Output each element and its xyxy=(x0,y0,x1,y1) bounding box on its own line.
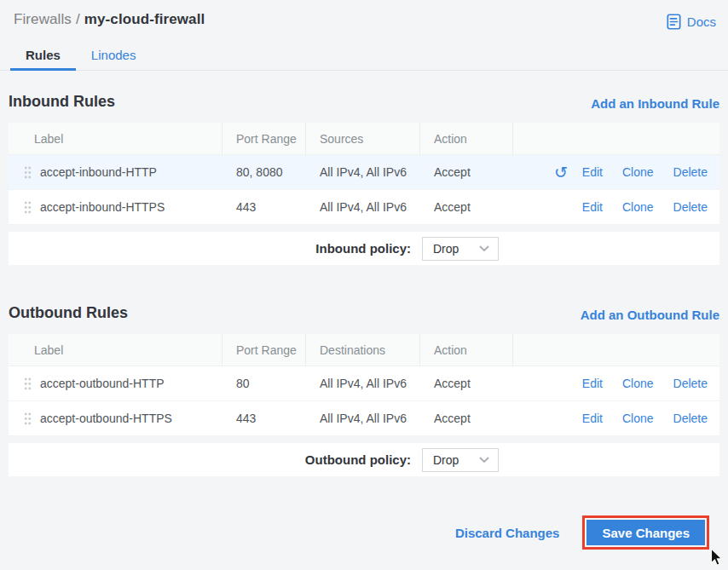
delete-button[interactable]: Delete xyxy=(673,412,708,425)
drag-handle-icon[interactable] xyxy=(23,165,32,180)
column-header-label: Label xyxy=(9,334,222,366)
chevron-down-icon xyxy=(479,245,489,252)
clone-button[interactable]: Clone xyxy=(622,377,654,390)
outbound-rules-table: Label Port Range Destinations Action acc xyxy=(9,334,719,436)
rule-addresses: All IPv4, All IPv6 xyxy=(306,165,420,179)
label-cell: accept-inbound-HTTP xyxy=(9,165,222,180)
chevron-down-icon xyxy=(479,457,489,463)
inbound-table-header: Label Port Range Sources Action xyxy=(9,123,719,155)
outbound-section-head: Outbound Rules Add an Outbound Rule xyxy=(9,304,719,322)
edit-button[interactable]: Edit xyxy=(582,165,603,179)
label-cell: accept-outbound-HTTPS xyxy=(9,412,222,426)
undo-icon[interactable]: ↺ xyxy=(554,164,568,181)
rule-addresses: All IPv4, All IPv6 xyxy=(306,200,420,214)
column-header-action: Action xyxy=(420,123,513,154)
delete-button[interactable]: Delete xyxy=(673,200,708,214)
rule-label: accept-outbound-HTTPS xyxy=(40,412,172,425)
save-highlight-outline: Save Changes xyxy=(582,515,709,550)
rule-port-range: 443 xyxy=(222,412,306,425)
outbound-policy-select[interactable]: Drop xyxy=(422,448,499,472)
tab-linodes-label: Linodes xyxy=(91,48,136,62)
docs-label: Docs xyxy=(687,14,716,29)
edit-button[interactable]: Edit xyxy=(582,377,603,390)
column-header-action: Action xyxy=(420,334,513,366)
outbound-policy-row: Outbound policy: Drop xyxy=(9,443,719,476)
row-actions: Edit Clone Delete xyxy=(513,377,719,390)
clone-button[interactable]: Clone xyxy=(622,412,654,425)
inbound-section-head: Inbound Rules Add an Inbound Rule xyxy=(9,93,719,111)
column-header-destinations: Destinations xyxy=(306,334,420,366)
table-row-accept-outbound-https: accept-outbound-HTTPS 443 All IPv4, All … xyxy=(9,401,719,436)
label-cell: accept-outbound-HTTP xyxy=(9,377,222,391)
tab-linodes[interactable]: Linodes xyxy=(76,43,152,70)
rule-port-range: 443 xyxy=(222,200,306,214)
inbound-rules-table: Label Port Range Sources Action accept-i xyxy=(9,123,719,225)
column-header-port-range: Port Range xyxy=(222,123,306,154)
rule-label: accept-outbound-HTTP xyxy=(40,377,165,390)
rule-port-range: 80 xyxy=(222,377,306,390)
inbound-policy-row: Inbound policy: Drop xyxy=(9,232,719,265)
row-actions: Edit Clone Delete xyxy=(513,200,719,214)
rule-action: Accept xyxy=(420,412,513,425)
breadcrumb-current-firewall: my-cloud-firewall xyxy=(84,11,205,27)
outbound-table-header: Label Port Range Destinations Action xyxy=(9,334,719,366)
tab-bar: Rules Linodes xyxy=(0,43,728,71)
column-header-actions-empty xyxy=(513,334,719,366)
column-header-label: Label xyxy=(9,123,222,154)
label-cell: accept-inbound-HTTPS xyxy=(9,200,222,215)
row-actions: Edit Clone Delete xyxy=(513,412,719,425)
breadcrumb-separator: / xyxy=(76,11,80,27)
inbound-policy-label: Inbound policy: xyxy=(315,241,411,256)
delete-button[interactable]: Delete xyxy=(673,377,708,390)
tab-rules-label: Rules xyxy=(26,48,61,62)
column-header-sources: Sources xyxy=(306,123,420,154)
edit-button[interactable]: Edit xyxy=(582,200,603,214)
clone-button[interactable]: Clone xyxy=(622,200,654,214)
rule-label: accept-inbound-HTTP xyxy=(40,165,157,179)
footer-actions: Discard Changes Save Changes xyxy=(9,515,709,550)
table-row-accept-outbound-http: accept-outbound-HTTP 80 All IPv4, All IP… xyxy=(9,366,719,401)
save-changes-button[interactable]: Save Changes xyxy=(586,520,705,545)
rule-action: Accept xyxy=(420,377,513,390)
breadcrumb-firewalls-link[interactable]: Firewalls xyxy=(14,11,72,27)
breadcrumb: Firewalls/my-cloud-firewall xyxy=(14,11,205,28)
docs-icon xyxy=(667,14,681,30)
clone-button[interactable]: Clone xyxy=(622,165,654,179)
add-inbound-rule-button[interactable]: Add an Inbound Rule xyxy=(591,96,719,111)
column-header-port-range: Port Range xyxy=(222,334,306,366)
discard-changes-button[interactable]: Discard Changes xyxy=(455,526,560,540)
rule-addresses: All IPv4, All IPv6 xyxy=(306,377,420,390)
docs-link[interactable]: Docs xyxy=(667,14,716,30)
drag-handle-icon[interactable] xyxy=(23,200,32,215)
tab-rules[interactable]: Rules xyxy=(10,43,76,70)
top-bar: Firewalls/my-cloud-firewall Docs xyxy=(0,0,728,30)
firewall-detail-page: Firewalls/my-cloud-firewall Docs Rules L… xyxy=(0,0,728,570)
outbound-rules-title: Outbound Rules xyxy=(9,304,128,322)
drag-handle-icon[interactable] xyxy=(23,377,32,391)
table-row-accept-inbound-http: accept-inbound-HTTP 80, 8080 All IPv4, A… xyxy=(9,155,719,190)
drag-handle-icon[interactable] xyxy=(23,412,32,426)
content: Inbound Rules Add an Inbound Rule Label … xyxy=(9,93,719,550)
inbound-policy-value: Drop xyxy=(433,242,459,256)
rule-action: Accept xyxy=(420,200,513,214)
outbound-policy-label: Outbound policy: xyxy=(305,452,411,467)
rule-action: Accept xyxy=(420,165,513,179)
delete-button[interactable]: Delete xyxy=(673,165,708,179)
add-outbound-rule-button[interactable]: Add an Outbound Rule xyxy=(581,308,719,322)
inbound-rules-title: Inbound Rules xyxy=(9,93,115,111)
column-header-actions-empty xyxy=(513,123,719,154)
inbound-policy-select[interactable]: Drop xyxy=(422,237,499,261)
edit-button[interactable]: Edit xyxy=(582,412,603,425)
rule-label: accept-inbound-HTTPS xyxy=(40,200,165,214)
row-actions: ↺ Edit Clone Delete xyxy=(513,164,719,181)
rule-port-range: 80, 8080 xyxy=(222,165,306,179)
table-row-accept-inbound-https: accept-inbound-HTTPS 443 All IPv4, All I… xyxy=(9,190,719,225)
mouse-cursor-icon xyxy=(710,548,725,569)
rule-addresses: All IPv4, All IPv6 xyxy=(306,412,420,425)
outbound-policy-value: Drop xyxy=(433,453,459,467)
